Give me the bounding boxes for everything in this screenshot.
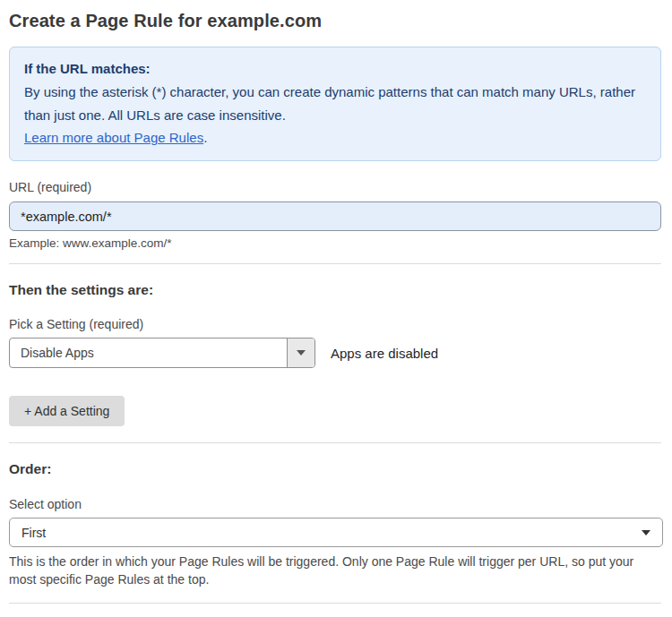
- order-select-value: First: [22, 526, 46, 540]
- setting-select[interactable]: Disable Apps: [9, 338, 315, 368]
- section-divider: [9, 603, 661, 604]
- setting-status-text: Apps are disabled: [331, 346, 438, 361]
- setting-row: Disable Apps Apps are disabled: [9, 338, 661, 368]
- order-select-label: Select option: [9, 497, 661, 511]
- order-select[interactable]: First: [9, 518, 663, 547]
- setting-select-arrow-button[interactable]: [287, 338, 314, 367]
- url-input[interactable]: [9, 201, 661, 231]
- link-suffix: .: [203, 130, 207, 145]
- info-link-line: Learn more about Page Rules.: [24, 126, 646, 150]
- settings-section-heading: Then the settings are:: [9, 282, 661, 298]
- info-body: By using the asterisk (*) character, you…: [24, 81, 646, 127]
- section-divider: [9, 442, 661, 443]
- caret-down-icon: [642, 530, 650, 536]
- setting-select-value: Disable Apps: [10, 338, 287, 367]
- add-setting-button[interactable]: + Add a Setting: [9, 396, 125, 426]
- setting-picker-label: Pick a Setting (required): [9, 317, 661, 331]
- url-match-info-callout: If the URL matches: By using the asteris…: [9, 47, 661, 161]
- page-title: Create a Page Rule for example.com: [9, 11, 661, 31]
- order-section-heading: Order:: [9, 461, 661, 477]
- learn-more-link[interactable]: Learn more about Page Rules: [24, 130, 203, 145]
- url-field-label: URL (required): [9, 180, 661, 194]
- section-divider: [9, 263, 661, 264]
- caret-down-icon: [297, 350, 306, 356]
- url-example-helper: Example: www.example.com/*: [9, 236, 661, 250]
- order-helper-text: This is the order in which your Page Rul…: [9, 553, 661, 589]
- info-heading: If the URL matches:: [24, 57, 646, 81]
- page-rule-form: Create a Page Rule for example.com If th…: [0, 0, 672, 617]
